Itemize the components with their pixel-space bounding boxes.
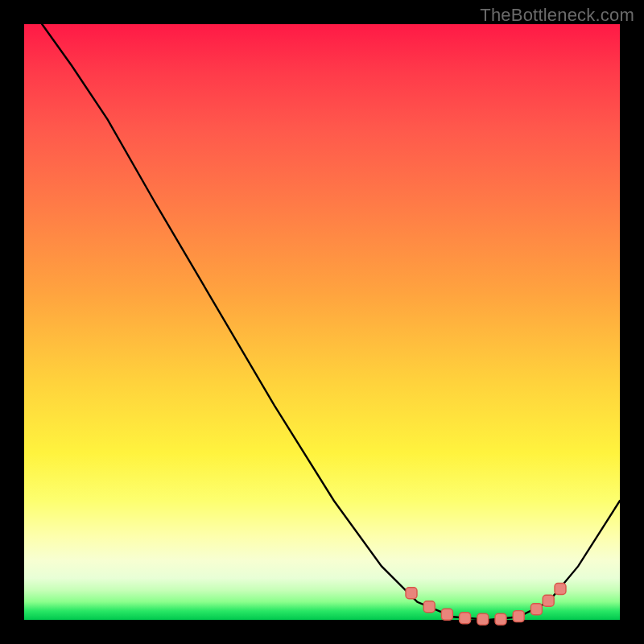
chart-frame: TheBottleneck.com <box>0 0 644 644</box>
marker-point <box>513 611 524 622</box>
marker-point <box>543 595 554 606</box>
marker-point <box>495 613 506 625</box>
marker-point <box>441 609 452 620</box>
marker-point <box>555 584 566 595</box>
marker-point <box>423 601 435 613</box>
marker-point <box>406 588 417 599</box>
marker-point <box>477 613 489 625</box>
marker-group <box>406 584 566 625</box>
watermark-text: TheBottleneck.com <box>480 5 634 26</box>
plot-area <box>24 24 620 620</box>
marker-point <box>530 604 542 615</box>
chart-svg <box>24 24 620 620</box>
curve-line <box>42 24 620 620</box>
marker-point <box>460 613 471 624</box>
